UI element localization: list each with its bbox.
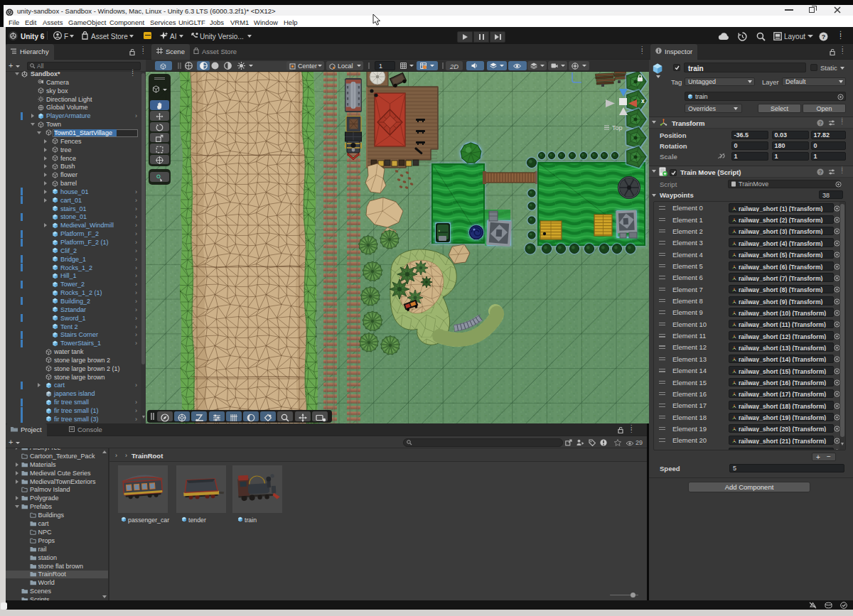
svg-text:?: ? (822, 33, 826, 40)
svg-text:x: x (641, 97, 645, 104)
svg-text:?: ? (819, 120, 822, 126)
svg-text:?: ? (819, 169, 822, 175)
svg-text:Top: Top (612, 124, 623, 131)
